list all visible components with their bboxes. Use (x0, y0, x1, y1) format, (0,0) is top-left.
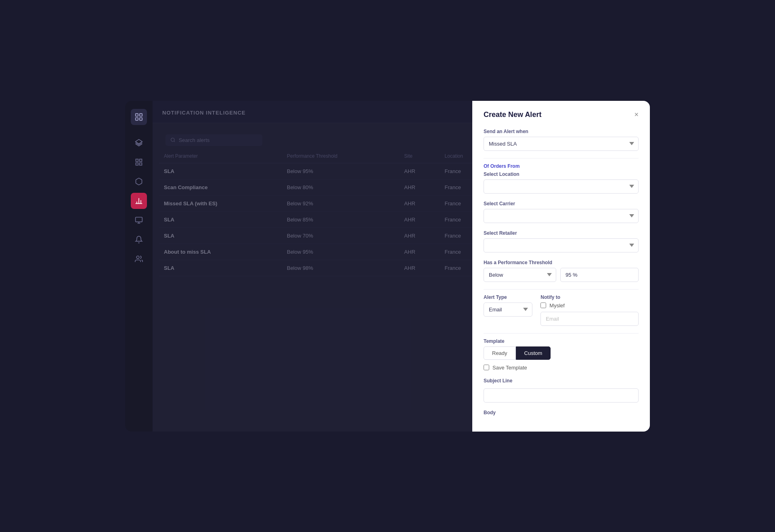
create-alert-panel: Create New Alert × Send an Alert when Mi… (472, 101, 650, 432)
save-template-row: Save Template (484, 365, 639, 371)
send-alert-label: Send an Alert when (484, 129, 639, 134)
svg-rect-0 (136, 113, 138, 116)
email-input[interactable] (540, 312, 639, 326)
grid-icon[interactable] (131, 154, 147, 170)
body-label: Body (484, 410, 639, 415)
subject-line-section: Subject Line (484, 378, 639, 403)
sidebar (125, 101, 153, 432)
select-location-dropdown[interactable]: France UK (484, 179, 639, 194)
panel-title: Create New Alert (484, 111, 541, 119)
template-ready-button[interactable]: Ready (484, 346, 516, 360)
svg-rect-8 (140, 163, 142, 165)
bell-icon[interactable] (131, 232, 147, 248)
select-retailer-dropdown[interactable]: Nike Adidas Puma (484, 238, 639, 252)
threshold-operator-select[interactable]: Below Above Equal (484, 268, 556, 282)
notify-myself-row: Myslef (540, 303, 639, 309)
svg-rect-6 (140, 159, 142, 161)
notify-myself-label: Myslef (549, 303, 565, 309)
svg-rect-5 (136, 159, 138, 161)
subject-line-label: Subject Line (484, 378, 639, 384)
send-alert-select[interactable]: Missed SLA SLA Scan Compliance About to … (484, 137, 639, 151)
save-template-checkbox[interactable] (484, 365, 489, 370)
alert-type-label: Alert Type (484, 294, 532, 300)
svg-rect-1 (140, 113, 142, 116)
main-content: NOTIFICATION INTELIGENCE Alert Parameter… (153, 101, 650, 432)
select-carrier-section: Select Carrier La Poste DHL (484, 201, 639, 223)
subject-line-input[interactable] (484, 388, 639, 403)
chart-icon[interactable] (131, 193, 147, 209)
template-buttons: Ready Custom (484, 346, 639, 360)
notify-myself-checkbox[interactable] (540, 303, 546, 308)
close-button[interactable]: × (634, 111, 639, 118)
alert-type-notify-row: Alert Type Email SMS Slack Notify to Mys… (484, 294, 639, 326)
notify-to-label: Notify to (540, 294, 639, 300)
divider-2 (484, 289, 639, 290)
box-icon[interactable] (131, 173, 147, 190)
template-label: Template (484, 338, 639, 344)
send-alert-section: Send an Alert when Missed SLA SLA Scan C… (484, 129, 639, 151)
select-location-label: Select Location (484, 171, 639, 177)
svg-rect-7 (136, 163, 138, 165)
select-retailer-label: Select Retailer (484, 230, 639, 236)
divider-3 (484, 333, 639, 334)
threshold-row: Below Above Equal (484, 268, 639, 282)
template-section: Template Ready Custom Save Template (484, 338, 639, 371)
save-template-label: Save Template (492, 365, 527, 371)
template-custom-button[interactable]: Custom (516, 346, 551, 360)
threshold-value-input[interactable] (560, 268, 639, 282)
svg-point-16 (136, 256, 139, 259)
svg-rect-3 (140, 117, 142, 120)
logo-icon (131, 109, 147, 125)
select-carrier-label: Select Carrier (484, 201, 639, 207)
of-orders-label: Of Orders From (484, 163, 639, 169)
select-location-section: Select Location France UK (484, 171, 639, 194)
notify-col: Notify to Myslef (540, 294, 639, 326)
monitor-icon[interactable] (131, 212, 147, 228)
panel-header: Create New Alert × (484, 111, 639, 119)
performance-threshold-section: Has a Performance Threshold Below Above … (484, 260, 639, 282)
alert-type-col: Alert Type Email SMS Slack (484, 294, 532, 317)
layers-icon[interactable] (131, 135, 147, 151)
svg-rect-13 (136, 217, 142, 222)
users-icon[interactable] (131, 251, 147, 267)
divider-1 (484, 158, 639, 159)
performance-threshold-label: Has a Performance Threshold (484, 260, 639, 265)
select-retailer-section: Select Retailer Nike Adidas Puma (484, 230, 639, 252)
svg-rect-2 (136, 117, 138, 120)
select-carrier-dropdown[interactable]: La Poste DHL (484, 209, 639, 223)
alert-type-select[interactable]: Email SMS Slack (484, 303, 532, 317)
